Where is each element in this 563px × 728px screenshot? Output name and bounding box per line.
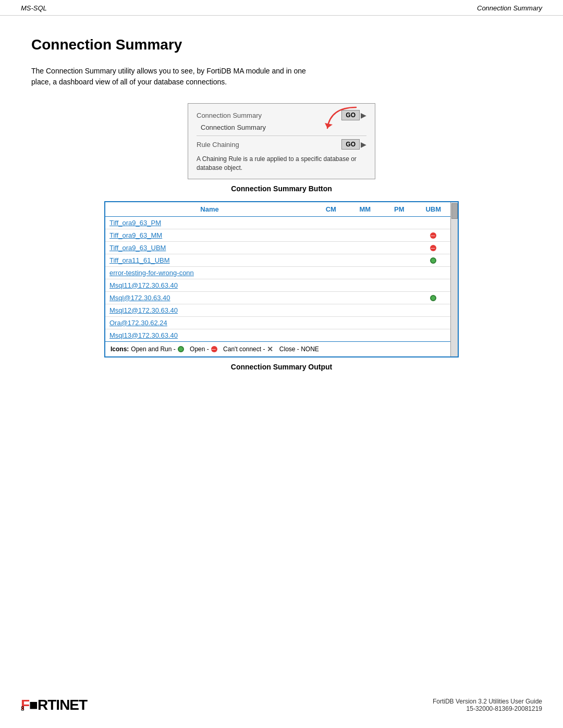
screenshot-row-1: Connection Summary GO ▶: [197, 110, 366, 120]
table-cell-mm: [348, 279, 382, 291]
connection-summary-table: Name CM MM PM UBM Tiff_ora9_63_PMTiff_or…: [104, 201, 459, 357]
legend-open-label: Open -: [190, 346, 209, 353]
table-cell-name[interactable]: Tiff_ora9_63_UBM: [105, 241, 314, 254]
table-cell-cm: [314, 241, 348, 254]
table-cell-pm: [382, 291, 416, 304]
table-scroll-inner: Name CM MM PM UBM Tiff_ora9_63_PMTiff_or…: [105, 202, 450, 356]
table-cell-mm: [348, 304, 382, 316]
conn-table: Name CM MM PM UBM Tiff_ora9_63_PMTiff_or…: [105, 202, 450, 341]
table-row: Msql11@172.30.63.40: [105, 279, 450, 291]
chaining-description: A Chaining Rule is a rule applied to a s…: [197, 153, 366, 172]
th-ubm: UBM: [417, 202, 450, 217]
table-cell-pm: [382, 316, 416, 329]
open-icon: [211, 346, 217, 352]
screenshot-row-2: Rule Chaining GO ▶: [197, 139, 366, 150]
page-title: Connection Summary: [31, 36, 532, 53]
table-cell-cm: [314, 329, 348, 341]
table-cell-ubm: [417, 229, 450, 241]
intro-text: The Connection Summary utility allows yo…: [31, 66, 323, 88]
table-cell-name[interactable]: Tiff_ora9_63_PM: [105, 216, 314, 229]
table-cell-cm: [314, 216, 348, 229]
table-row: Tiff_ora9_63_UBM: [105, 241, 450, 254]
table-cell-ubm: [417, 254, 450, 266]
go-button-2[interactable]: GO: [341, 139, 360, 150]
th-cm: CM: [314, 202, 348, 217]
table-cell-pm: [382, 329, 416, 341]
table-cell-pm: [382, 266, 416, 279]
table-row: Tiff_ora9_63_MM: [105, 229, 450, 241]
header-left: MS-SQL: [21, 4, 47, 12]
red-circle-icon: [430, 232, 436, 239]
table-cell-ubm: [417, 266, 450, 279]
legend-icons-label: Icons:: [111, 346, 129, 353]
scrollbar-thumb[interactable]: [451, 203, 458, 219]
table-cell-pm: [382, 304, 416, 316]
red-arrow-icon: [325, 105, 361, 131]
table-with-scrollbar: Name CM MM PM UBM Tiff_ora9_63_PMTiff_or…: [105, 202, 458, 356]
table-cell-mm: [348, 254, 382, 266]
green-circle-icon: [430, 295, 436, 301]
table-cell-pm: [382, 254, 416, 266]
scrollbar[interactable]: [450, 202, 458, 356]
table-cell-name[interactable]: Tiff_ora9_63_MM: [105, 229, 314, 241]
table-cell-ubm: [417, 291, 450, 304]
submenu-label: Connection Summary: [201, 124, 266, 131]
footer-info: FortiDB Version 3.2 Utilities User Guide…: [433, 698, 542, 712]
header-right: Connection Summary: [477, 4, 542, 12]
table-cell-mm: [348, 329, 382, 341]
go-btn-area-1: GO ▶: [341, 110, 366, 120]
table-cell-name[interactable]: error-testing-for-wrong-conn: [105, 266, 314, 279]
main-content: Connection Summary The Connection Summar…: [0, 16, 563, 400]
table-header-row: Name CM MM PM UBM: [105, 202, 450, 217]
table-cell-ubm: [417, 241, 450, 254]
table-cell-mm: [348, 216, 382, 229]
page-footer: F■RTINET FortiDB Version 3.2 Utilities U…: [0, 698, 563, 712]
table-row: Tiff_ora11_61_UBM: [105, 254, 450, 266]
table-row: error-testing-for-wrong-conn: [105, 266, 450, 279]
th-pm: PM: [382, 202, 416, 217]
table-cell-pm: [382, 279, 416, 291]
caption-output: Connection Summary Output: [31, 363, 532, 371]
table-row: Msql@172.30.63.40: [105, 291, 450, 304]
screenshot-illustration: Connection Summary GO ▶ Connection Summa…: [188, 103, 375, 179]
table-cell-mm: [348, 229, 382, 241]
logo: F■RTINET: [21, 698, 87, 712]
table-cell-name[interactable]: Msql12@172.30.63.40: [105, 304, 314, 316]
green-circle-icon: [430, 257, 436, 264]
table-cell-ubm: [417, 279, 450, 291]
legend-open-run-label: Open and Run -: [131, 346, 175, 353]
table-cell-name[interactable]: Tiff_ora11_61_UBM: [105, 254, 314, 266]
arrow-right-1: ▶: [361, 111, 366, 119]
cant-connect-icon: ✕: [267, 345, 273, 353]
table-cell-cm: [314, 229, 348, 241]
legend-row: Icons: Open and Run - Open - Can't conne…: [105, 341, 450, 356]
table-cell-name[interactable]: Msql11@172.30.63.40: [105, 279, 314, 291]
table-cell-ubm: [417, 216, 450, 229]
table-cell-pm: [382, 229, 416, 241]
table-cell-mm: [348, 316, 382, 329]
table-cell-name[interactable]: Msql13@172.30.63.40: [105, 329, 314, 341]
table-cell-mm: [348, 241, 382, 254]
table-cell-mm: [348, 266, 382, 279]
table-row: Ora@172.30.62.24: [105, 316, 450, 329]
table-cell-name[interactable]: Ora@172.30.62.24: [105, 316, 314, 329]
page-header: MS-SQL Connection Summary: [0, 0, 563, 16]
table-cell-cm: [314, 291, 348, 304]
table-row: Msql13@172.30.63.40: [105, 329, 450, 341]
screenshot-divider: [197, 135, 366, 136]
th-mm: MM: [348, 202, 382, 217]
table-cell-ubm: [417, 304, 450, 316]
table-cell-name[interactable]: Msql@172.30.63.40: [105, 291, 314, 304]
table-row: Tiff_ora9_63_PM: [105, 216, 450, 229]
screenshot-row1-label: Connection Summary: [197, 112, 262, 119]
open-run-icon: [178, 346, 184, 352]
table-cell-cm: [314, 279, 348, 291]
arrow-right-2: ▶: [361, 140, 366, 149]
table-cell-cm: [314, 254, 348, 266]
table-cell-ubm: [417, 329, 450, 341]
table-cell-cm: [314, 266, 348, 279]
table-row: Msql12@172.30.63.40: [105, 304, 450, 316]
footer-doc-number: 15-32000-81369-20081219: [433, 705, 542, 712]
table-cell-pm: [382, 216, 416, 229]
table-cell-mm: [348, 291, 382, 304]
